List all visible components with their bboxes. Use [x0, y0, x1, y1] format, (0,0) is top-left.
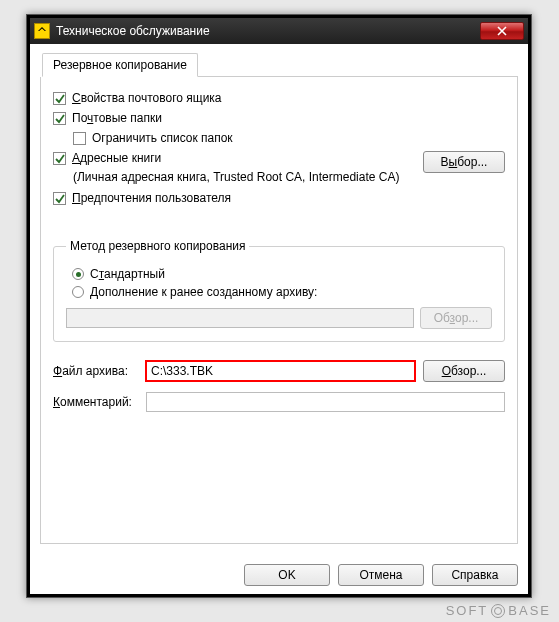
tab-backup[interactable]: Резервное копирование [42, 53, 198, 77]
ok-button[interactable]: OK [244, 564, 330, 586]
help-button[interactable]: Справка [432, 564, 518, 586]
radio-append-row: Дополнение к ранее созданному архиву: [72, 285, 492, 299]
checkbox-limit-folders[interactable] [73, 132, 86, 145]
radio-standard-row: Стандартный [72, 267, 492, 281]
comment-row: Комментарий: [53, 392, 505, 412]
archive-browse-button[interactable]: Обзор... [423, 360, 505, 382]
checkbox-user-prefs-row: Предпочтения пользователя [53, 191, 505, 205]
archive-file-row: Файл архива: Обзор... [53, 360, 505, 382]
backup-method-fieldset: Метод резервного копирования Стандартный… [53, 239, 505, 342]
titlebar: Техническое обслуживание [30, 18, 528, 44]
checkbox-mail-folders[interactable] [53, 112, 66, 125]
button-bar: OK Отмена Справка [40, 554, 518, 586]
append-browse-button: Обзор... [420, 307, 492, 329]
radio-standard[interactable] [72, 268, 84, 280]
checkbox-mailbox-props-row: Свойства почтового ящика [53, 91, 505, 105]
archive-file-label: Файл архива: [53, 364, 138, 378]
radio-append-label: Дополнение к ранее созданному архиву: [90, 285, 317, 299]
checkbox-limit-folders-row: Ограничить список папок [73, 131, 505, 145]
backup-method-legend: Метод резервного копирования [66, 239, 249, 253]
append-archive-row: Обзор... [66, 307, 492, 329]
radio-standard-label: Стандартный [90, 267, 165, 281]
address-books-desc: (Личная адресная книга, Trusted Root CA,… [73, 169, 415, 185]
window-title: Техническое обслуживание [56, 24, 480, 38]
watermark-left: SOFT [446, 603, 489, 618]
checkbox-mail-folders-row: Почтовые папки [53, 111, 505, 125]
dialog-window: Техническое обслуживание Резервное копир… [26, 14, 532, 598]
select-folders-button[interactable]: Выбор... [423, 151, 505, 173]
dialog-body: Резервное копирование Свойства почтового… [30, 44, 528, 594]
checkbox-address-books-label: Адресные книги [72, 151, 161, 165]
radio-append[interactable] [72, 286, 84, 298]
close-icon [497, 26, 507, 36]
cancel-button[interactable]: Отмена [338, 564, 424, 586]
close-button[interactable] [480, 22, 524, 40]
watermark: SOFT BASE [446, 603, 551, 618]
tab-content: Свойства почтового ящика Почтовые папки … [40, 77, 518, 544]
checkbox-address-books[interactable] [53, 152, 66, 165]
tab-strip: Резервное копирование [42, 52, 518, 77]
comment-input[interactable] [146, 392, 505, 412]
checkbox-mailbox-props[interactable] [53, 92, 66, 105]
archive-file-input[interactable] [146, 361, 415, 381]
app-icon [34, 23, 50, 39]
checkbox-mail-folders-label: Почтовые папки [72, 111, 162, 125]
checkbox-user-prefs-label: Предпочтения пользователя [72, 191, 231, 205]
comment-label: Комментарий: [53, 395, 138, 409]
checkbox-mailbox-props-label: Свойства почтового ящика [72, 91, 222, 105]
watermark-right: BASE [508, 603, 551, 618]
checkbox-user-prefs[interactable] [53, 192, 66, 205]
address-books-row: Адресные книги (Личная адресная книга, T… [53, 151, 505, 191]
watermark-logo-icon [491, 604, 505, 618]
append-archive-input [66, 308, 414, 328]
checkbox-limit-folders-label: Ограничить список папок [92, 131, 233, 145]
